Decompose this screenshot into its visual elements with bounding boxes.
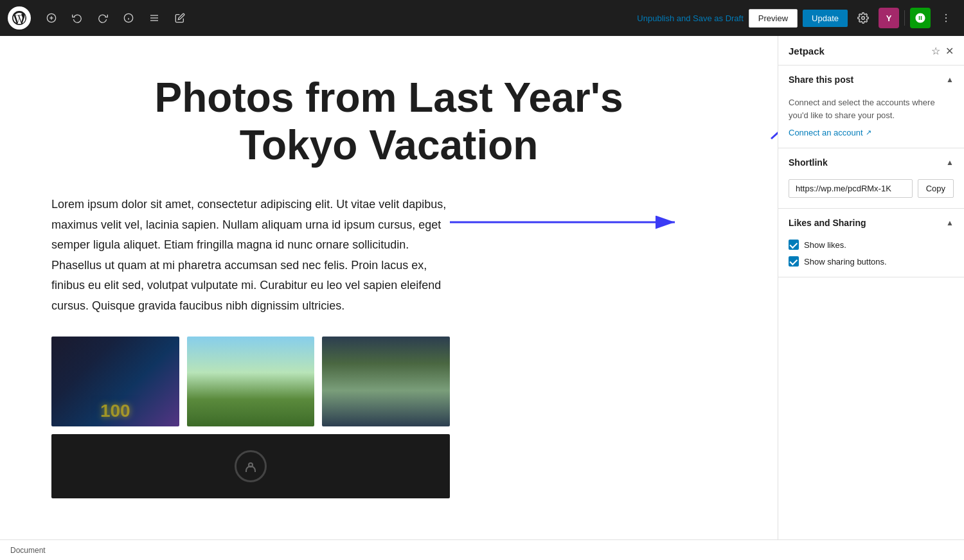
svg-point-9	[862, 17, 865, 20]
share-post-section: Share this post ▲ Connect and select the…	[778, 66, 964, 148]
likes-sharing-title: Likes and Sharing	[789, 218, 866, 228]
image-gallery: 100	[51, 337, 450, 426]
update-button[interactable]: Update	[803, 10, 848, 27]
yoast-button[interactable]: Y	[879, 8, 899, 28]
show-sharing-label: Show sharing buttons.	[804, 257, 887, 267]
unpublish-link[interactable]: Unpublish and Save as Draft	[637, 13, 743, 23]
redo-button[interactable]	[93, 8, 113, 28]
status-bar: Document	[0, 539, 964, 560]
preview-button[interactable]: Preview	[749, 9, 798, 28]
shortlink-body: Copy	[778, 177, 964, 208]
panel-title: Jetpack	[789, 46, 825, 57]
close-icon[interactable]: ✕	[945, 45, 954, 57]
shortlink-title: Shortlink	[789, 157, 828, 168]
share-post-body: Connect and select the accounts where yo…	[778, 94, 964, 148]
likes-sharing-chevron: ▲	[946, 218, 954, 227]
share-post-desc: Connect and select the accounts where yo…	[789, 96, 954, 121]
likes-sharing-body: Show likes. Show sharing buttons.	[778, 237, 964, 277]
shortlink-input[interactable]	[789, 179, 913, 198]
likes-sharing-section: Likes and Sharing ▲ Show likes. Show sha…	[778, 209, 964, 277]
share-post-header[interactable]: Share this post ▲	[778, 66, 964, 94]
share-post-chevron: ▲	[946, 75, 954, 84]
show-sharing-row: Show sharing buttons.	[789, 256, 954, 267]
shortlink-chevron: ▲	[946, 158, 954, 167]
show-likes-checkbox[interactable]	[789, 240, 799, 250]
more-options-button[interactable]	[936, 8, 956, 28]
star-icon[interactable]: ☆	[931, 45, 940, 57]
svg-point-11	[945, 17, 947, 19]
main-area: Photos from Last Year's Tokyo Vacation L…	[0, 36, 964, 539]
shortlink-row: Copy	[789, 179, 954, 198]
panel-header: Jetpack ☆ ✕	[778, 36, 964, 66]
gallery-image-2	[187, 337, 315, 426]
gallery-image-1: 100	[51, 337, 179, 426]
copy-button[interactable]: Copy	[918, 179, 954, 198]
post-body: Lorem ipsum dolor sit amet, consectetur …	[51, 195, 450, 316]
settings-button[interactable]	[853, 8, 873, 28]
info-button[interactable]	[118, 8, 139, 28]
edit-button[interactable]	[170, 8, 190, 28]
show-likes-label: Show likes.	[804, 240, 846, 250]
panel-header-icons: ☆ ✕	[931, 45, 954, 57]
svg-point-12	[945, 21, 947, 22]
gallery-image-bottom	[51, 434, 450, 498]
status-bar-text: Document	[10, 546, 46, 555]
undo-button[interactable]	[67, 8, 87, 28]
toolbar-right: Unpublish and Save as Draft Preview Upda…	[637, 8, 956, 28]
add-block-button[interactable]	[41, 8, 62, 28]
gallery-image-3	[322, 337, 450, 426]
list-view-button[interactable]	[144, 8, 165, 28]
svg-line-16	[771, 58, 778, 139]
show-sharing-checkbox[interactable]	[789, 256, 799, 267]
editor-area: Photos from Last Year's Tokyo Vacation L…	[0, 36, 778, 539]
right-panel: Jetpack ☆ ✕ Share this post ▲ Connect an…	[778, 36, 964, 539]
shortlink-section: Shortlink ▲ Copy	[778, 148, 964, 209]
svg-point-10	[945, 14, 947, 15]
share-post-title: Share this post	[789, 74, 853, 85]
wordpress-logo[interactable]	[8, 6, 31, 30]
post-title: Photos from Last Year's Tokyo Vacation	[132, 74, 646, 169]
show-likes-row: Show likes.	[789, 240, 954, 250]
shortlink-header[interactable]: Shortlink ▲	[778, 148, 964, 177]
toolbar: Unpublish and Save as Draft Preview Upda…	[0, 0, 964, 36]
likes-sharing-header[interactable]: Likes and Sharing ▲	[778, 209, 964, 237]
connect-account-link[interactable]: Connect an account ↗	[789, 128, 954, 137]
jetpack-button[interactable]	[910, 8, 931, 28]
